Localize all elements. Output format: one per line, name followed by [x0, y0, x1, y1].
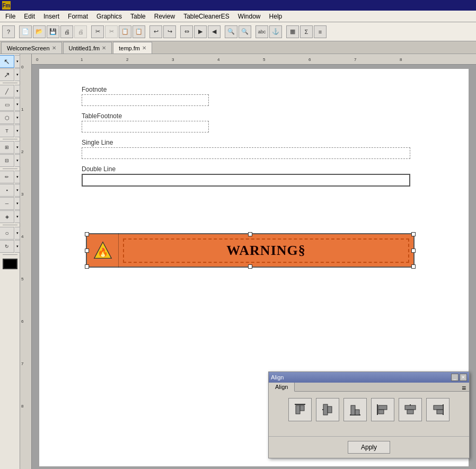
dialog-close-btn[interactable]: ✕: [460, 374, 467, 381]
tab-close-temp[interactable]: ✕: [142, 45, 146, 51]
center-v-align-btn[interactable]: [316, 398, 339, 421]
text-tool-arrow[interactable]: ▾: [15, 125, 20, 137]
rotate-tool-btn[interactable]: ↻: [0, 240, 14, 253]
top-align-btn[interactable]: [288, 398, 312, 421]
eyedrop-tool-btn[interactable]: ◈: [0, 210, 14, 223]
open-btn[interactable]: 📂: [33, 25, 46, 38]
list-btn[interactable]: ≡: [314, 25, 327, 38]
pencil-tool-arrow[interactable]: ▾: [15, 171, 20, 183]
help-btn[interactable]: ?: [2, 25, 15, 38]
print-btn[interactable]: 🖨: [60, 25, 73, 38]
eyedrop-tool-arrow[interactable]: ▾: [15, 210, 20, 223]
warning-text-box: WARNING§: [123, 238, 409, 263]
warning-banner[interactable]: 🔥 WARNING§: [86, 233, 415, 268]
svg-rect-12: [378, 405, 387, 410]
pointer-tool-arrow[interactable]: ▾: [15, 68, 20, 81]
dialog-tab-menu-icon[interactable]: ≡: [461, 383, 469, 391]
anchor-btn[interactable]: ⚓: [269, 25, 282, 38]
zoom-in-btn[interactable]: 🔍: [225, 25, 237, 38]
menu-table[interactable]: Table: [126, 12, 150, 21]
apply-button[interactable]: Apply: [348, 441, 390, 454]
handle-mr[interactable]: [411, 249, 416, 253]
tab-welcomescreen[interactable]: WelcomeScreen ✕: [1, 42, 62, 54]
cut2-btn[interactable]: ✂: [105, 25, 118, 38]
copy-btn[interactable]: 📋: [119, 25, 131, 38]
menu-help[interactable]: Help: [265, 12, 287, 21]
tab-untitled1[interactable]: Untitled1.fm ✕: [63, 42, 112, 54]
handle-ml[interactable]: [85, 249, 89, 253]
zoom-out-btn[interactable]: 🔍: [239, 25, 251, 38]
polygon-tool-arrow[interactable]: ▾: [15, 111, 20, 124]
fill-tool-arrow[interactable]: ▾: [15, 184, 20, 197]
tab-close-untitled1[interactable]: ✕: [102, 45, 106, 51]
spell-btn[interactable]: abc: [255, 25, 268, 38]
polygon-tool-btn[interactable]: ⬡: [0, 111, 14, 124]
svg-rect-3: [296, 405, 300, 414]
svg-rect-10: [355, 410, 359, 415]
handle-bl[interactable]: [85, 264, 89, 269]
handle-bc[interactable]: [248, 264, 252, 269]
table-btn[interactable]: ▦: [286, 25, 299, 38]
stroke-tool-arrow[interactable]: ▾: [15, 197, 20, 210]
circle-tool-btn[interactable]: ○: [0, 227, 14, 240]
grid-tool-btn[interactable]: ⊞: [0, 141, 14, 154]
redo-btn[interactable]: ↪: [163, 25, 176, 38]
svg-rect-15: [405, 405, 416, 410]
right-align-btn[interactable]: [426, 398, 449, 421]
save-btn[interactable]: 💾: [47, 25, 59, 38]
menu-insert[interactable]: Insert: [39, 12, 64, 21]
bottom-align-btn[interactable]: [343, 398, 367, 421]
circle-tool-arrow[interactable]: ▾: [15, 227, 20, 240]
menu-edit[interactable]: Edit: [20, 12, 39, 21]
center-h-align-btn[interactable]: [399, 398, 422, 421]
rotate-tool-arrow[interactable]: ▾: [15, 240, 20, 253]
left-align-btn[interactable]: [371, 398, 394, 421]
footnote-field[interactable]: [82, 94, 209, 106]
menu-review[interactable]: Review: [150, 12, 179, 21]
sigma-btn[interactable]: Σ: [300, 25, 313, 38]
flow-btn[interactable]: ⇔: [180, 25, 193, 38]
cut-btn[interactable]: ✂: [91, 25, 104, 38]
snap-tool-btn[interactable]: ⊟: [0, 154, 14, 167]
menu-file[interactable]: File: [1, 12, 20, 21]
handle-tr[interactable]: [411, 232, 416, 236]
dialog-minimize-btn[interactable]: _: [451, 374, 459, 381]
menu-window[interactable]: Window: [234, 12, 265, 21]
dialog-tab-align[interactable]: Align: [269, 383, 295, 392]
text-tool-btn[interactable]: T: [0, 125, 14, 137]
grid-tool-arrow[interactable]: ▾: [15, 141, 20, 154]
new-btn[interactable]: 📄: [19, 25, 32, 38]
align-dialog: Align _ ✕ Align ≡: [268, 371, 470, 458]
line-tool-btn[interactable]: ╱: [0, 85, 14, 98]
tab-close-welcome[interactable]: ✕: [52, 45, 56, 51]
paste-btn[interactable]: 📋: [133, 25, 145, 38]
tab-tempfm[interactable]: temp.fm ✕: [113, 42, 152, 54]
snap-tool-arrow[interactable]: ▾: [15, 154, 20, 167]
menu-graphics[interactable]: Graphics: [92, 12, 126, 21]
print2-btn[interactable]: 🖨: [74, 25, 87, 38]
align-buttons-row: [275, 398, 463, 421]
singleline-field[interactable]: [82, 147, 410, 159]
pencil-tool-btn[interactable]: ✏: [0, 171, 14, 183]
select-tool-btn[interactable]: ↖: [0, 55, 14, 68]
forward-btn[interactable]: ▶: [194, 25, 207, 38]
doubleline-field[interactable]: [82, 174, 410, 187]
svg-rect-6: [323, 404, 328, 415]
stroke-tool-btn[interactable]: ─: [0, 197, 14, 210]
menu-format[interactable]: Format: [64, 12, 92, 21]
color-swatch[interactable]: [3, 259, 17, 269]
undo-btn[interactable]: ↩: [149, 25, 162, 38]
fill-tool-btn[interactable]: ▪: [0, 184, 14, 197]
rect-tool-btn[interactable]: ▭: [0, 98, 14, 111]
tablefootnote-field[interactable]: [82, 121, 209, 132]
handle-tc[interactable]: [248, 232, 252, 236]
rect-tool-arrow[interactable]: ▾: [15, 98, 20, 111]
pointer-tool-btn[interactable]: ↗: [0, 68, 14, 81]
svg-rect-9: [351, 405, 355, 415]
line-tool-arrow[interactable]: ▾: [15, 85, 20, 98]
back-btn[interactable]: ◀: [208, 25, 221, 38]
handle-tl[interactable]: [85, 232, 89, 236]
menu-tablecleaner[interactable]: TableCleanerES: [179, 12, 234, 21]
handle-br[interactable]: [411, 264, 416, 269]
select-tool-arrow[interactable]: ▾: [15, 55, 20, 68]
